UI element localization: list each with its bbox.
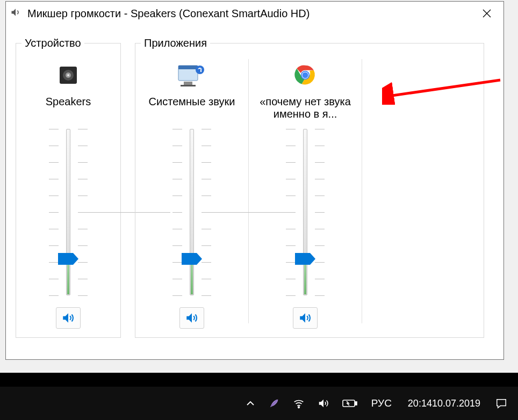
system-sounds-icon[interactable] [176,56,207,95]
taskbar: РУС 20:14 10.07.2019 [0,387,518,420]
gap-strip [0,373,518,387]
tray-date: 10.07.2019 [432,397,480,409]
channel-empty [362,54,475,329]
titlebar: Микшер громкости - Speakers (Conexant Sm… [6,2,503,25]
tray-battery-icon[interactable] [337,387,363,420]
svg-rect-5 [178,66,198,69]
tray-volume-icon[interactable] [312,387,335,420]
svg-rect-9 [200,69,202,72]
tray-overflow-icon[interactable] [240,387,261,420]
tray-action-center-icon[interactable] [490,387,513,420]
close-button[interactable] [474,3,499,24]
svg-point-3 [67,74,69,76]
mute-button-device[interactable] [56,307,81,329]
tray-time: 20:14 [408,397,432,409]
svg-point-13 [303,73,308,78]
tray-wifi-icon[interactable] [287,387,310,420]
svg-rect-6 [184,82,192,85]
window-title: Микшер громкости - Speakers (Conexant Sm… [23,8,474,20]
channel-label[interactable]: «почему нет звука именно в я... [249,95,362,124]
svg-rect-7 [181,85,196,86]
volume-slider-chrome[interactable] [289,129,321,295]
volume-slider-system[interactable] [176,129,208,295]
titlebar-icon [10,7,21,20]
tray-feather-icon[interactable] [263,387,285,420]
device-icon[interactable] [55,56,81,95]
channel-label[interactable]: Speakers [42,95,95,124]
device-legend: Устройство [21,37,84,49]
tray-language[interactable]: РУС [365,387,398,420]
svg-rect-17 [355,402,357,405]
mute-button-chrome[interactable] [293,307,318,329]
channel-device: Speakers [16,54,120,329]
svg-point-15 [298,407,300,408]
volume-slider-device[interactable] [52,129,84,295]
mute-button-system[interactable] [179,307,204,329]
channel-label[interactable]: Системные звуки [146,95,239,124]
applications-group: Приложения Системные [135,37,484,338]
tray-clock[interactable]: 20:14 10.07.2019 [400,387,488,420]
chrome-icon[interactable] [293,56,317,95]
svg-point-8 [196,66,204,74]
channel-chrome: «почему нет звука именно в я... [249,54,362,329]
content-area: Устройство Speakers [6,25,503,338]
apps-legend: Приложения [141,37,210,49]
channel-system-sounds: Системные звуки [135,54,248,329]
volume-mixer-window: Микшер громкости - Speakers (Conexant Sm… [5,1,504,360]
device-group: Устройство Speakers [16,37,121,338]
